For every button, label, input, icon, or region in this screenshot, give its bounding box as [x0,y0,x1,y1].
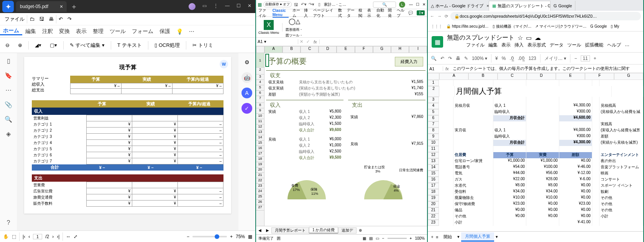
search-menus-icon[interactable]: 🔍 [431,56,437,61]
forward-icon[interactable]: → [437,14,442,19]
save-icon[interactable]: 🖫 [293,2,299,8]
zoom-minus-icon[interactable]: − [187,234,189,239]
close-icon[interactable]: × [486,3,489,8]
menu-format[interactable]: 表示形式 [527,42,546,48]
help-icon[interactable]: ? [5,219,12,227]
word-badge-icon[interactable]: W [220,60,228,68]
sheet-tab-report[interactable]: 月間予算レポート [271,227,309,234]
ribbon-tab-tool[interactable]: ツール [107,28,129,35]
settings-icon[interactable]: ⚙ [242,57,252,68]
ocr-button[interactable]: ▯ OCR処理 [152,40,182,50]
shape-button[interactable]: ▢▾ [48,41,59,50]
file-menu[interactable]: ファイル [2,16,27,23]
text-button[interactable]: T テキスト [115,40,144,50]
col-A[interactable]: A [264,46,283,53]
select-tool-icon[interactable]: ⬚ [12,234,16,239]
move-icon[interactable]: ▭ [526,34,532,41]
ai-chat-icon[interactable]: 🤖 [242,72,252,83]
overflow-icon[interactable]: ⋯ [186,28,197,35]
ribbon-tab-convert[interactable]: 変換 [56,28,73,35]
close-icon[interactable]: × [60,3,63,10]
address-bar[interactable]: 🔒 docs.google.com/spreadsheets/d/14qVuDg… [450,12,641,20]
redo-icon[interactable]: ↷▾ [309,2,315,8]
minimize-icon[interactable]: — [409,2,413,7]
close-window-icon[interactable]: ✕ [248,3,251,10]
fx-cancel-icon[interactable]: ✕ [298,39,305,44]
zoom-slider[interactable] [192,236,227,237]
new-tab-button[interactable]: ＋ [71,2,77,11]
qs-icon[interactable]: ▯ [316,2,322,8]
bulb-icon[interactable]: 💡 [173,28,186,35]
next-page-icon[interactable]: › [52,234,54,239]
translate-icon[interactable]: A [242,88,252,98]
check-icon[interactable]: ✓ [242,103,252,114]
view-break-icon[interactable]: ▭ [376,236,379,240]
menu-view[interactable]: 表示 [501,42,511,48]
col-B[interactable]: B [283,46,301,53]
print-icon[interactable]: 🖶 [456,56,460,61]
menu-data[interactable]: データ [550,42,564,48]
ribbon-tab-edit[interactable]: 編集 [22,28,39,35]
page-input[interactable] [33,234,42,239]
zoom-plus-icon[interactable]: + [230,234,233,239]
font-size[interactable]: 11 [581,55,590,61]
trim-button[interactable]: ✂ トリミ [190,40,215,50]
search-box[interactable]: 🔍 [373,2,396,8]
zoom-plus-icon[interactable]: + [410,236,412,240]
apps-icon[interactable]: ⋮⋮⋮ [431,24,442,28]
bookmark-0[interactable]: 🔒https://lite.secu.jp/d… [446,24,489,28]
more-icon[interactable]: ⋮ [214,3,218,10]
view-normal-icon[interactable]: ▦ [363,236,366,240]
avatar[interactable] [189,3,196,10]
maximize-icon[interactable]: ☐ [237,3,241,10]
all-sheets-icon[interactable]: ≡ [436,235,438,239]
thumbnails-icon[interactable]: ▯ [5,57,12,65]
document-tab[interactable]: budget-05.pdf × [16,1,67,12]
notes-icon[interactable]: ▭ [202,3,207,10]
menu-comments-icon[interactable]: 💬 [408,11,413,15]
zoom-slider[interactable] [388,238,407,239]
bookmark-2[interactable]: ↗マイページ|クラウドワー… [535,24,586,29]
name-box[interactable]: A1 ▾ [256,39,298,44]
zoom-minus-icon[interactable]: − [382,236,384,240]
add-sheet-icon[interactable]: ＋ [430,234,434,240]
view-page-icon[interactable]: ▤ [369,236,373,240]
ribbon-tab-annot[interactable]: 注釈 [39,28,56,35]
doc-title[interactable]: 無題のスプレッドシート [447,34,514,42]
font-size-minus[interactable]: − [574,56,577,61]
dec-less-icon[interactable]: .0̲ [509,56,514,61]
last-page-icon[interactable]: ›| [57,234,59,239]
formula-bar[interactable]: このワークシートでは、個人の毎月の予算を作成します。このワークシートの使用方法に… [451,66,643,71]
sheet-tab-month[interactable]: 1 か月の経費 [309,227,338,234]
cloud-icon[interactable]: ☁ [535,34,541,41]
hand-tool-icon[interactable]: ✋ [3,234,9,239]
sheets-logo-icon[interactable]: ▦ [432,36,443,48]
browser-tab-sheet[interactable]: ▦無題のスプレッドシート - Google ス× [489,1,550,11]
fit-page-icon[interactable]: ⤢ [74,234,77,239]
share-button[interactable]: ⇪▾ [417,10,425,15]
undo-icon[interactable]: ↶▾ [301,2,307,8]
browser-tab-google[interactable]: GGoogle [550,1,575,11]
undo-icon[interactable]: ↶ [56,16,65,22]
autosave-toggle[interactable]: 自動保存 ● オフ [263,2,292,7]
zoom-select[interactable]: 100% ▾ [472,56,487,61]
font-select[interactable]: メイリ… ▾ [544,55,566,62]
menu-tools[interactable]: ツール [567,42,581,48]
menu-more[interactable]: … [625,42,629,48]
font-size-plus[interactable]: + [594,56,596,61]
expense-input-button[interactable]: 経費入力 [395,57,423,66]
comments-icon[interactable]: ⋯ [5,86,12,94]
classic-menu-button[interactable]: XClassic Menu [258,20,279,35]
open-icon[interactable]: 🗀 [27,16,37,22]
back-icon[interactable]: ← [430,14,434,19]
maximize-icon[interactable]: ☐ [416,2,419,7]
attachments-icon[interactable]: 📎 [5,101,12,108]
ribbon-tab-form[interactable]: フォーム [129,28,156,35]
zoom-out-button[interactable]: ⊖ [3,41,12,50]
sheet-tab-budget[interactable]: 月間個人予算 [461,232,494,242]
ribbon-tab-view[interactable]: 表示 [73,28,90,35]
sheet-tab-start[interactable]: 開始 [440,233,456,241]
ribbon-tab-org[interactable]: 整理 [90,28,107,35]
zoom-in-button[interactable]: ⊕ [16,41,25,50]
name-box[interactable]: A1 [428,66,443,71]
